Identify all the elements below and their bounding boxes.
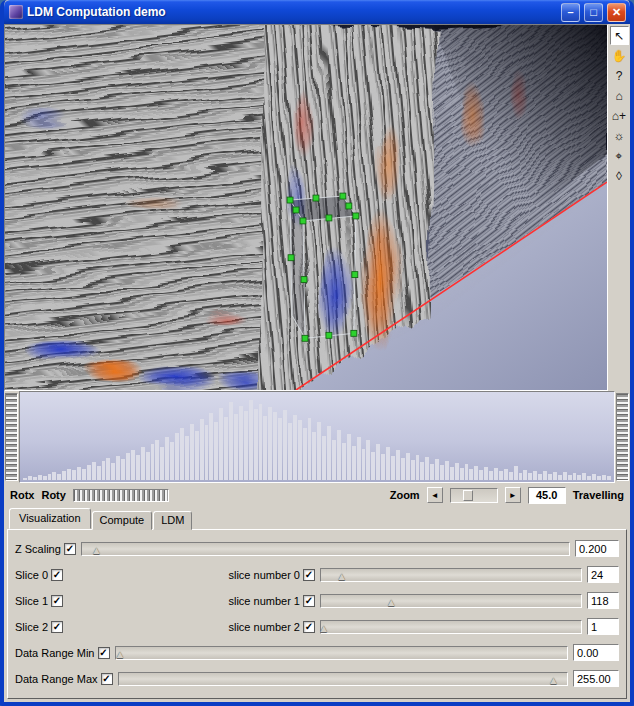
- histogram-bar: [23, 478, 27, 480]
- dolly-thumbwheel[interactable]: [616, 393, 629, 481]
- histogram-bar: [209, 413, 213, 480]
- window-icon: [9, 5, 23, 19]
- histogram-bar: [38, 475, 42, 480]
- slice2-number-slider[interactable]: [320, 620, 582, 634]
- tab-compute[interactable]: Compute: [92, 511, 153, 530]
- data-range-max-checkbox[interactable]: [101, 673, 113, 685]
- histogram-bar: [563, 472, 567, 480]
- histogram-bar: [288, 423, 292, 480]
- histogram-bar: [416, 455, 420, 480]
- close-button[interactable]: ✕: [607, 3, 626, 22]
- z-scaling-row: Z Scaling 0.200: [8, 540, 626, 557]
- toolbar-button-set-home[interactable]: ⌂+: [610, 106, 629, 125]
- data-range-min-checkbox[interactable]: [98, 647, 110, 659]
- minimize-button[interactable]: –: [561, 3, 580, 22]
- z-scaling-slider[interactable]: [81, 542, 570, 556]
- roty-thumbwheel[interactable]: [73, 489, 169, 502]
- slice1-checkbox[interactable]: [51, 595, 63, 607]
- toolbar-button-select[interactable]: ↖: [610, 26, 629, 45]
- zoom-decrease-button[interactable]: ◄: [427, 487, 443, 503]
- histogram-bar: [185, 436, 189, 480]
- toolbar-button-camera[interactable]: ◊: [610, 166, 629, 185]
- histogram-bar: [543, 471, 547, 480]
- slice2-row: Slice 2 slice number 2 1: [8, 618, 626, 635]
- slice2-number-label: slice number 2: [228, 621, 300, 633]
- histogram-bar: [420, 462, 424, 480]
- select-arrow-icon: ↖: [614, 30, 624, 42]
- histogram-bar: [386, 447, 390, 480]
- histogram-bar: [489, 471, 493, 480]
- titlebar[interactable]: LDM Computation demo – □ ✕: [4, 0, 630, 24]
- slice1-number-checkbox[interactable]: [303, 595, 315, 607]
- histogram-bar: [52, 472, 56, 480]
- histogram-bar: [352, 446, 356, 480]
- rotx-thumbwheel[interactable]: [5, 393, 18, 481]
- tab-ldm[interactable]: LDM: [153, 511, 192, 530]
- data-range-min-row: Data Range Min 0.00: [8, 644, 626, 661]
- histogram-bar: [381, 454, 385, 480]
- data-range-max-value[interactable]: 255.00: [573, 670, 619, 687]
- data-range-min-slider[interactable]: [115, 646, 569, 660]
- z-scaling-value[interactable]: 0.200: [575, 540, 619, 557]
- histogram-bar: [592, 474, 596, 480]
- slice0-value[interactable]: 24: [587, 566, 619, 583]
- visualization-panel: Z Scaling 0.200 Slice 0 slice number 0: [7, 529, 627, 699]
- slice0-number-slider[interactable]: [320, 568, 582, 582]
- histogram-bar: [357, 437, 361, 480]
- histogram-bar: [298, 420, 302, 480]
- histogram-bar: [224, 417, 228, 480]
- slice0-number-checkbox[interactable]: [303, 569, 315, 581]
- toolbar-button-seek[interactable]: ⌖: [610, 146, 629, 165]
- histogram-bar: [548, 474, 552, 480]
- toolbar-button-help[interactable]: ?: [610, 66, 629, 85]
- set-home-icon: ⌂+: [612, 110, 626, 122]
- slice1-number-slider[interactable]: [320, 594, 582, 608]
- zoom-slider[interactable]: [450, 488, 498, 503]
- 3d-scene: [5, 25, 607, 390]
- histogram-bar: [347, 434, 351, 480]
- data-range-min-value[interactable]: 0.00: [573, 644, 619, 661]
- zoom-value-field[interactable]: 45.0: [528, 487, 566, 504]
- data-range-max-slider[interactable]: [118, 672, 568, 686]
- maximize-button[interactable]: □: [584, 3, 603, 22]
- tab-visualization[interactable]: Visualization: [9, 508, 91, 529]
- histogram-bar: [514, 466, 518, 480]
- histogram-bar: [455, 463, 459, 480]
- slice2-number-checkbox[interactable]: [303, 621, 315, 633]
- toolbar-button-pan[interactable]: ✋: [610, 46, 629, 65]
- histogram-row: [4, 391, 630, 483]
- histogram-bar: [283, 410, 287, 480]
- z-scaling-checkbox[interactable]: [64, 543, 76, 555]
- histogram-bar: [504, 469, 508, 480]
- histogram-bar: [155, 440, 159, 480]
- histogram-bar: [141, 447, 145, 480]
- histogram-bar: [371, 452, 375, 480]
- pan-hand-icon: ✋: [612, 50, 627, 62]
- minimize-icon: –: [567, 6, 573, 18]
- zoom-label: Zoom: [390, 489, 420, 501]
- slice1-value[interactable]: 118: [587, 592, 619, 609]
- zoom-increase-button[interactable]: ►: [505, 487, 521, 503]
- histogram-bar: [568, 475, 572, 480]
- viewport-3d[interactable]: [4, 24, 608, 391]
- transport-bar: Rotx Roty Zoom ◄ ► 45.0 Travelling: [4, 483, 630, 507]
- toolbar-button-view-all[interactable]: ☼: [610, 126, 629, 145]
- slice2-checkbox[interactable]: [51, 621, 63, 633]
- tab-strip: Visualization Compute LDM: [7, 509, 627, 529]
- histogram-bar: [376, 444, 380, 480]
- histogram-bar: [474, 466, 478, 480]
- histogram-bar: [317, 422, 321, 480]
- z-scaling-label: Z Scaling: [15, 543, 61, 555]
- histogram-bar: [102, 461, 106, 480]
- histogram-bar: [509, 472, 513, 480]
- toolbar-button-home[interactable]: ⌂: [610, 86, 629, 105]
- histogram-bar: [401, 458, 405, 480]
- histogram-bar: [92, 462, 96, 480]
- histogram-bar: [391, 456, 395, 480]
- slice2-value[interactable]: 1: [587, 618, 619, 635]
- histogram-bar: [406, 453, 410, 480]
- histogram-bar: [533, 471, 537, 480]
- histogram-bar: [180, 428, 184, 480]
- zoom-slider-thumb[interactable]: [463, 490, 473, 501]
- slice0-checkbox[interactable]: [51, 569, 63, 581]
